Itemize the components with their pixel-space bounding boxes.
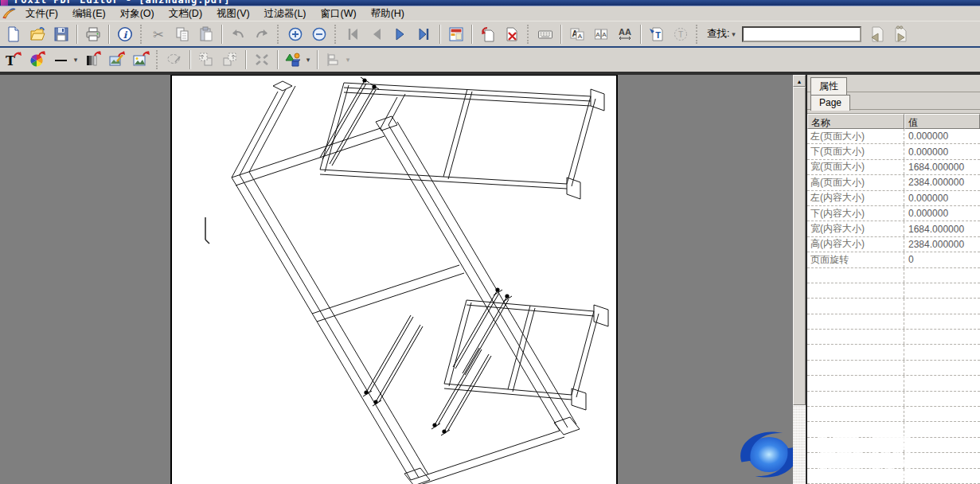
menu-object[interactable]: 对象(O) <box>113 6 162 21</box>
prop-value[interactable]: 0.000000 <box>904 193 980 204</box>
empty-row <box>807 361 980 376</box>
tab-page[interactable]: Page <box>810 95 850 111</box>
delete-page-button[interactable] <box>502 24 522 45</box>
menu-file[interactable]: 文件(F) <box>18 6 65 21</box>
font-width-button[interactable]: AA <box>615 24 635 45</box>
separator <box>640 25 642 44</box>
find-next-button[interactable] <box>890 24 911 45</box>
table-row[interactable]: 下(内容大小)0.000000 <box>807 206 980 221</box>
svg-text:T: T <box>678 30 683 39</box>
toolbar-grip <box>156 50 159 69</box>
svg-text:A: A <box>595 31 600 38</box>
svg-text:A: A <box>578 33 583 40</box>
empty-row <box>807 283 980 299</box>
cut-button[interactable]: ✂ <box>148 24 169 45</box>
lasso-button[interactable] <box>164 49 185 70</box>
empty-row <box>807 268 980 283</box>
add-text-button[interactable]: T <box>3 49 24 70</box>
table-row[interactable]: 高(内容大小)2384.000000 <box>807 237 980 252</box>
first-page-button[interactable] <box>342 24 363 45</box>
copy-button[interactable] <box>172 24 193 45</box>
menu-edit[interactable]: 编辑(E) <box>65 6 113 21</box>
line-dropdown-arrow[interactable]: ▾ <box>72 56 80 64</box>
next-page-button[interactable] <box>390 24 411 45</box>
svg-text:A: A <box>602 31 607 38</box>
prop-value[interactable]: 0 <box>904 254 980 265</box>
page-layout-button[interactable] <box>446 24 467 45</box>
zoom-out-button[interactable] <box>309 24 330 45</box>
add-image-button[interactable] <box>131 49 151 70</box>
find-dropdown-arrow[interactable]: ▾ <box>729 30 737 38</box>
window-title: Foxit PDF Editor - [anzhuang.pdf] <box>14 0 230 6</box>
table-row[interactable]: 高(页面大小)2384.000000 <box>807 175 980 190</box>
send-backward-button[interactable] <box>196 49 217 70</box>
empty-row <box>807 345 980 360</box>
shapes-button[interactable] <box>283 49 304 70</box>
redo-button[interactable] <box>252 24 272 45</box>
search-input[interactable] <box>742 26 861 42</box>
shapes-dropdown-arrow[interactable]: ▾ <box>304 56 312 64</box>
rotate-page-button[interactable] <box>478 24 498 45</box>
edit-image-button[interactable] <box>107 49 127 70</box>
add-color-button[interactable] <box>27 49 48 70</box>
table-row[interactable]: 下(页面大小)0.000000 <box>807 144 980 159</box>
prop-value[interactable]: 0.000000 <box>904 208 980 219</box>
svg-text:AA: AA <box>619 27 631 37</box>
add-line-button[interactable] <box>51 49 72 70</box>
panel-tab-strip: 属性 <box>807 75 980 92</box>
scrollbar-thumb[interactable] <box>793 87 806 405</box>
pdf-page[interactable] <box>170 75 618 484</box>
scroll-up-button[interactable]: ▲ <box>793 75 806 87</box>
column-value-header: 值 <box>904 114 980 129</box>
undo-button[interactable] <box>228 24 248 45</box>
previous-page-button[interactable] <box>366 24 387 45</box>
print-button[interactable] <box>83 24 103 45</box>
menu-help[interactable]: 帮助(H) <box>364 6 412 21</box>
add-shading-button[interactable] <box>83 49 103 70</box>
paste-button[interactable] <box>196 24 217 45</box>
last-page-button[interactable] <box>414 24 435 45</box>
prop-value[interactable]: 1684.000000 <box>904 162 980 173</box>
new-document-button[interactable] <box>3 24 24 45</box>
panel-subtab-strip: Page <box>807 92 980 110</box>
text-circle-button[interactable]: T <box>670 24 691 45</box>
bring-forward-button[interactable] <box>220 49 240 70</box>
menu-filter[interactable]: 过滤器(L) <box>257 6 314 21</box>
empty-row <box>807 299 980 314</box>
keyboard-button[interactable] <box>535 24 556 45</box>
menu-view[interactable]: 视图(V) <box>209 6 257 21</box>
prop-value[interactable]: 0.000000 <box>904 131 980 142</box>
vertical-scrollbar[interactable]: ▲ <box>793 75 806 484</box>
font-button[interactable]: AA <box>567 24 588 45</box>
table-row[interactable]: 左(页面大小)0.000000 <box>807 129 980 144</box>
font-columns-button[interactable]: AA <box>591 24 611 45</box>
document-canvas[interactable] <box>0 75 793 484</box>
align-button[interactable] <box>323 49 344 70</box>
zoom-in-button[interactable] <box>285 24 306 45</box>
table-row[interactable]: 宽(页面大小)1684.000000 <box>807 160 980 175</box>
empty-row <box>807 330 980 345</box>
menu-window[interactable]: 窗口(W) <box>314 6 364 21</box>
table-row[interactable]: 宽(内容大小)1684.000000 <box>807 221 980 236</box>
insert-text-button[interactable]: T <box>646 24 667 45</box>
menu-document[interactable]: 文档(D) <box>162 6 209 21</box>
app-window: Foxit PDF Editor - [anzhuang.pdf] 文件(F) … <box>0 0 980 484</box>
align-dropdown-arrow[interactable]: ▾ <box>344 56 352 64</box>
separator <box>76 25 78 44</box>
empty-row <box>807 376 980 391</box>
save-button[interactable] <box>51 24 72 45</box>
separator <box>471 25 473 44</box>
separator <box>221 25 223 44</box>
separator <box>245 50 247 69</box>
properties-panel: 属性 Page 名称 值 左(页面大小)0.000000 下(页面大小)0.00… <box>806 75 980 484</box>
delete-object-button[interactable] <box>252 49 272 70</box>
prop-value[interactable]: 1684.000000 <box>904 224 980 235</box>
open-button[interactable] <box>27 24 48 45</box>
prop-value[interactable]: 2384.000000 <box>904 177 980 188</box>
document-info-button[interactable]: i <box>115 24 135 45</box>
find-previous-button[interactable] <box>866 24 887 45</box>
prop-value[interactable]: 0.000000 <box>904 146 980 158</box>
table-row[interactable]: 左(内容大小)0.000000 <box>807 191 980 206</box>
table-row[interactable]: 页面旋转0 <box>807 252 980 267</box>
prop-value[interactable]: 2384.000000 <box>904 239 980 250</box>
